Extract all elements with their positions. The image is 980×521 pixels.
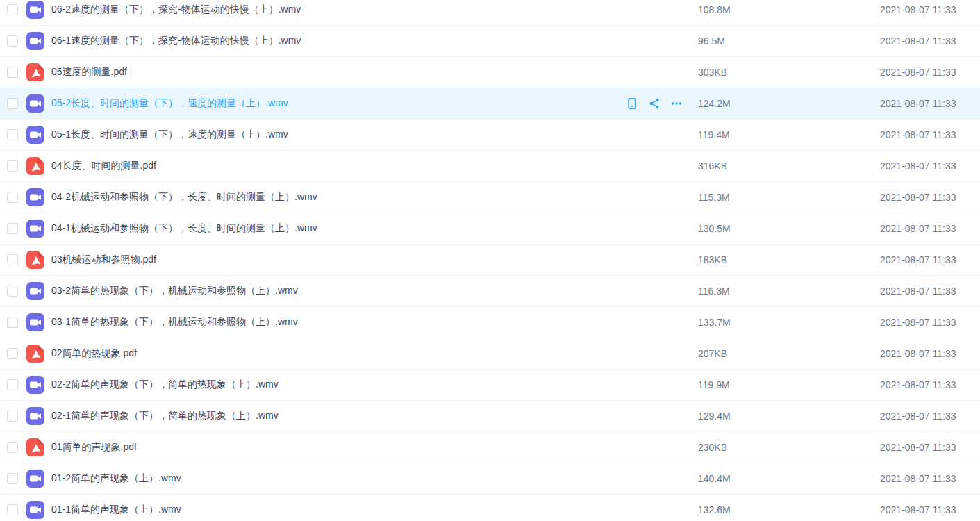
share-button[interactable] — [648, 97, 661, 110]
table-row[interactable]: 03机械运动和参照物.pdf — [0, 245, 980, 276]
file-name-link[interactable]: 03-2简单的热现象（下），机械运动和参照物（上）.wmv — [51, 285, 698, 297]
row-hover-actions — [626, 97, 683, 110]
table-row[interactable]: 01-1简单的声现象（上）.wmv — [0, 495, 980, 521]
file-name-link[interactable]: 01-2简单的声现象（上）.wmv — [51, 472, 698, 485]
file-date: 2021-08-07 11:33 — [880, 98, 980, 109]
row-checkbox[interactable] — [7, 442, 18, 453]
file-size: 183KB — [698, 254, 880, 265]
table-row[interactable]: 05速度的测量.pdf — [0, 57, 980, 88]
row-checkbox[interactable] — [7, 4, 18, 15]
file-type-icon — [26, 63, 44, 81]
send-to-device-button[interactable] — [626, 97, 638, 110]
file-type-icon — [26, 313, 44, 331]
file-date: 2021-08-07 11:33 — [880, 348, 980, 359]
table-row[interactable]: 03-1简单的热现象（下），机械运动和参照物（上）.wmv — [0, 307, 980, 338]
file-type-icon — [26, 188, 44, 206]
row-checkbox[interactable] — [7, 129, 18, 140]
row-checkbox[interactable] — [7, 192, 18, 203]
file-name-link[interactable]: 04-1机械运动和参照物（下），长度、时间的测量（上）.wmv — [51, 222, 698, 235]
file-date: 2021-08-07 11:33 — [880, 223, 980, 234]
file-size: 124.2M — [698, 98, 880, 109]
file-name-link[interactable]: 03机械运动和参照物.pdf — [51, 254, 698, 266]
file-type-icon — [26, 220, 44, 238]
table-row[interactable]: 04-2机械运动和参照物（下），长度、时间的测量（上）.wmv — [0, 182, 980, 213]
file-name-link[interactable]: 05-2长度、时间的测量（下），速度的测量（上）.wmv — [51, 97, 626, 110]
table-row[interactable]: 05-2长度、时间的测量（下），速度的测量（上）.wmv — [0, 88, 980, 119]
file-type-icon — [26, 501, 44, 519]
table-row[interactable]: 06-1速度的测量（下），探究-物体运动的快慢（上）.wmv — [0, 26, 980, 57]
file-name-link[interactable]: 06-2速度的测量（下），探究-物体运动的快慢（上）.wmv — [51, 3, 698, 16]
more-icon — [670, 97, 683, 110]
row-checkbox[interactable] — [7, 35, 18, 47]
row-checkbox[interactable] — [7, 286, 18, 297]
video-file-icon — [26, 376, 44, 394]
row-checkbox[interactable] — [7, 317, 18, 328]
file-date: 2021-08-07 11:33 — [880, 286, 980, 297]
table-row[interactable]: 02简单的热现象.pdf — [0, 338, 980, 370]
file-type-icon — [26, 126, 44, 144]
file-type-icon — [26, 251, 44, 269]
file-size: 129.4M — [698, 411, 880, 422]
share-icon — [648, 97, 661, 110]
video-file-icon — [26, 94, 44, 113]
table-row[interactable]: 01简单的声现象.pdf — [0, 432, 980, 463]
row-checkbox[interactable] — [7, 223, 18, 234]
row-checkbox[interactable] — [7, 473, 18, 484]
file-date: 2021-08-07 11:33 — [880, 129, 980, 140]
table-row[interactable]: 05-1长度、时间的测量（下），速度的测量（上）.wmv — [0, 119, 980, 151]
file-name-link[interactable]: 04长度、时间的测量.pdf — [51, 160, 698, 172]
video-file-icon — [26, 220, 44, 238]
file-name-link[interactable]: 02-1简单的声现象（下），简单的热现象（上）.wmv — [51, 410, 698, 422]
file-name-link[interactable]: 01简单的声现象.pdf — [51, 441, 698, 454]
table-row[interactable]: 04长度、时间的测量.pdf — [0, 151, 980, 182]
file-name-link[interactable]: 02-2简单的声现象（下），简单的热现象（上）.wmv — [51, 379, 698, 391]
file-date: 2021-08-07 11:33 — [880, 254, 980, 265]
row-checkbox[interactable] — [7, 411, 18, 422]
file-name-link[interactable]: 01-1简单的声现象（上）.wmv — [51, 504, 698, 516]
file-name-link[interactable]: 02简单的热现象.pdf — [51, 347, 698, 360]
row-checkbox[interactable] — [7, 348, 18, 359]
video-file-icon — [26, 282, 44, 300]
file-type-icon — [26, 157, 44, 175]
row-checkbox[interactable] — [7, 254, 18, 265]
file-date: 2021-08-07 11:33 — [880, 192, 980, 203]
video-file-icon — [26, 1, 44, 19]
file-size: 207KB — [698, 348, 880, 359]
table-row[interactable]: 06-2速度的测量（下），探究-物体运动的快慢（上）.wmv — [0, 0, 980, 26]
file-name-link[interactable]: 05速度的测量.pdf — [51, 66, 698, 78]
video-file-icon — [26, 32, 44, 50]
file-size: 119.4M — [698, 129, 880, 140]
file-name-link[interactable]: 03-1简单的热现象（下），机械运动和参照物（上）.wmv — [51, 316, 698, 329]
file-date: 2021-08-07 11:33 — [880, 35, 980, 47]
table-row[interactable]: 01-2简单的声现象（上）.wmv — [0, 463, 980, 495]
file-type-icon — [26, 407, 44, 425]
file-size: 132.6M — [698, 504, 880, 515]
video-file-icon — [26, 126, 44, 144]
pdf-file-icon — [26, 438, 44, 456]
file-date: 2021-08-07 11:33 — [880, 473, 980, 484]
table-row[interactable]: 02-1简单的声现象（下），简单的热现象（上）.wmv — [0, 401, 980, 432]
file-name-link[interactable]: 06-1速度的测量（下），探究-物体运动的快慢（上）.wmv — [51, 35, 698, 47]
file-date: 2021-08-07 11:33 — [880, 379, 980, 390]
file-size: 316KB — [698, 160, 880, 172]
row-checkbox[interactable] — [7, 160, 18, 172]
table-row[interactable]: 03-2简单的热现象（下），机械运动和参照物（上）.wmv — [0, 276, 980, 307]
row-checkbox[interactable] — [7, 67, 18, 78]
more-button[interactable] — [670, 97, 683, 110]
table-row[interactable]: 02-2简单的声现象（下），简单的热现象（上）.wmv — [0, 370, 980, 401]
file-size: 96.5M — [698, 35, 880, 47]
file-type-icon — [26, 470, 44, 488]
file-type-icon — [26, 376, 44, 394]
video-file-icon — [26, 188, 44, 206]
video-file-icon — [26, 407, 44, 425]
file-name-link[interactable]: 05-1长度、时间的测量（下），速度的测量（上）.wmv — [51, 129, 698, 141]
row-checkbox[interactable] — [7, 379, 18, 390]
file-date: 2021-08-07 11:33 — [880, 4, 980, 15]
table-row[interactable]: 04-1机械运动和参照物（下），长度、时间的测量（上）.wmv — [0, 213, 980, 245]
file-date: 2021-08-07 11:33 — [880, 67, 980, 78]
row-checkbox[interactable] — [7, 504, 18, 515]
pdf-file-icon — [26, 157, 44, 175]
file-name-link[interactable]: 04-2机械运动和参照物（下），长度、时间的测量（上）.wmv — [51, 191, 698, 204]
file-date: 2021-08-07 11:33 — [880, 442, 980, 453]
row-checkbox[interactable] — [7, 98, 18, 109]
